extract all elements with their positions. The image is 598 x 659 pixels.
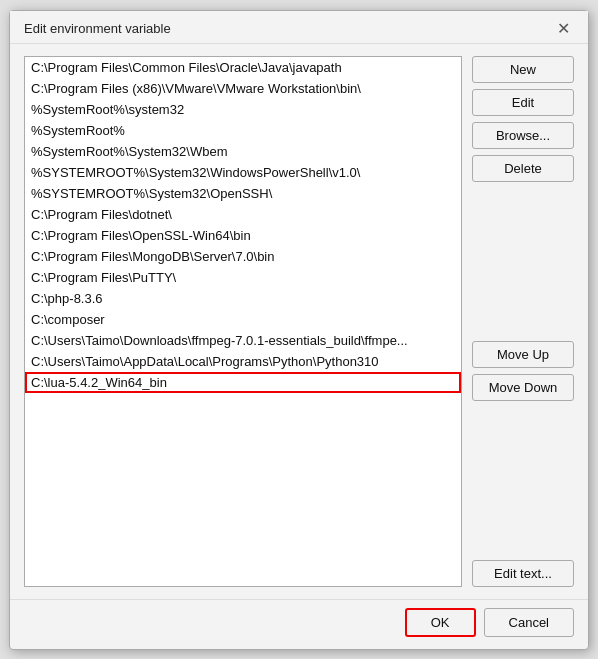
edit-button[interactable]: Edit bbox=[472, 89, 574, 116]
new-button[interactable]: New bbox=[472, 56, 574, 83]
list-item[interactable]: C:\Program Files\OpenSSL-Win64\bin bbox=[25, 225, 461, 246]
move-down-button[interactable]: Move Down bbox=[472, 374, 574, 401]
list-item[interactable]: C:\php-8.3.6 bbox=[25, 288, 461, 309]
content-area: C:\Program Files\Common Files\Oracle\Jav… bbox=[10, 44, 588, 599]
env-path-list[interactable]: C:\Program Files\Common Files\Oracle\Jav… bbox=[24, 56, 462, 587]
list-item[interactable]: %SystemRoot% bbox=[25, 120, 461, 141]
list-item[interactable]: %SystemRoot%\System32\Wbem bbox=[25, 141, 461, 162]
delete-button[interactable]: Delete bbox=[472, 155, 574, 182]
list-item[interactable]: C:\Program Files\dotnet\ bbox=[25, 204, 461, 225]
list-item[interactable]: C:\Program Files\Common Files\Oracle\Jav… bbox=[25, 57, 461, 78]
move-up-button[interactable]: Move Up bbox=[472, 341, 574, 368]
list-item[interactable]: C:\lua-5.4.2_Win64_bin bbox=[25, 372, 461, 393]
list-item[interactable]: C:\composer bbox=[25, 309, 461, 330]
edit-text-button[interactable]: Edit text... bbox=[472, 560, 574, 587]
buttons-panel: New Edit Browse... Delete Move Up Move D… bbox=[472, 56, 574, 587]
close-button[interactable]: ✕ bbox=[553, 21, 574, 37]
footer: OK Cancel bbox=[10, 599, 588, 649]
edit-env-variable-dialog: Edit environment variable ✕ C:\Program F… bbox=[9, 10, 589, 650]
cancel-button[interactable]: Cancel bbox=[484, 608, 574, 637]
title-bar: Edit environment variable ✕ bbox=[10, 11, 588, 44]
list-item[interactable]: C:\Users\Taimo\Downloads\ffmpeg-7.0.1-es… bbox=[25, 330, 461, 351]
list-item[interactable]: C:\Program Files\MongoDB\Server\7.0\bin bbox=[25, 246, 461, 267]
dialog-title: Edit environment variable bbox=[24, 21, 171, 36]
list-item[interactable]: %SYSTEMROOT%\System32\OpenSSH\ bbox=[25, 183, 461, 204]
list-item[interactable]: C:\Users\Taimo\AppData\Local\Programs\Py… bbox=[25, 351, 461, 372]
list-item[interactable]: C:\Program Files\PuTTY\ bbox=[25, 267, 461, 288]
list-item[interactable]: %SYSTEMROOT%\System32\WindowsPowerShell\… bbox=[25, 162, 461, 183]
list-item[interactable]: C:\Program Files (x86)\VMware\VMware Wor… bbox=[25, 78, 461, 99]
ok-button[interactable]: OK bbox=[405, 608, 476, 637]
list-item[interactable]: %SystemRoot%\system32 bbox=[25, 99, 461, 120]
browse-button[interactable]: Browse... bbox=[472, 122, 574, 149]
